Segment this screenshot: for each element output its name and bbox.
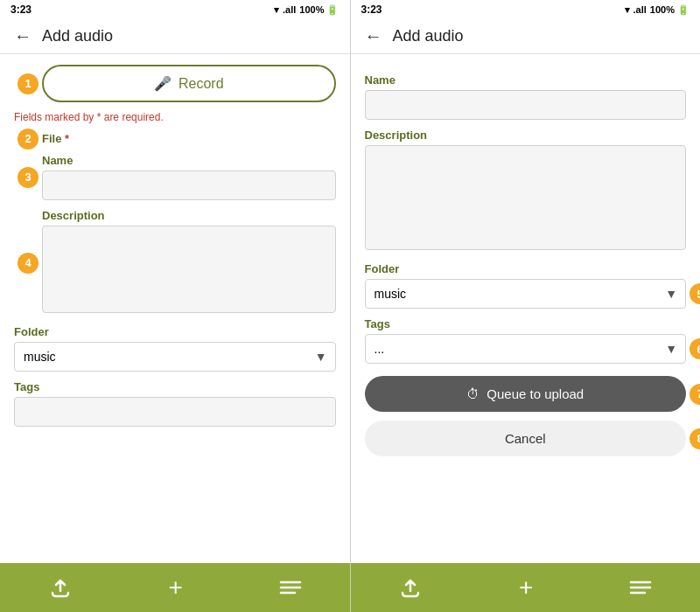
- battery-icon: 100% 🔋: [299, 4, 339, 16]
- cancel-button[interactable]: Cancel: [365, 421, 687, 456]
- clock-icon: ⏱: [466, 386, 480, 401]
- status-icons-left: ▾ .all 100% 🔋: [274, 4, 340, 16]
- folder-select-wrapper-left: music ▼: [14, 342, 336, 372]
- signal-icon: .all: [283, 4, 296, 15]
- name-section: 3 Name: [42, 154, 336, 200]
- folder-label-right: Folder: [365, 262, 687, 275]
- queue-upload-button[interactable]: ⏱ Queue to upload: [365, 376, 687, 412]
- folder-select-left[interactable]: music: [14, 342, 336, 372]
- tags-select-right[interactable]: ...: [365, 334, 687, 364]
- name-label-right: Name: [365, 73, 687, 87]
- record-section: 1 🎤 Record: [42, 65, 336, 102]
- folder-label-left: Folder: [14, 325, 336, 338]
- cancel-section: Cancel 8: [365, 421, 687, 456]
- tags-label-right: Tags: [365, 317, 687, 330]
- left-screen: 3:23 ▾ .all 100% 🔋 ← Add audio 1 🎤 Recor…: [0, 0, 350, 612]
- file-label: File *: [42, 132, 336, 145]
- tags-select-wrapper-right: ... ▼ 6: [365, 334, 687, 364]
- content-left: 1 🎤 Record Fields marked by * are requir…: [0, 54, 350, 563]
- folder-select-right[interactable]: music: [365, 279, 687, 309]
- bottom-bar-left: +: [0, 563, 350, 612]
- add-icon-right[interactable]: +: [519, 574, 533, 602]
- description-section: 4 Description: [42, 209, 336, 316]
- badge-3: 3: [18, 167, 38, 188]
- required-note: Fields marked by * are required.: [14, 111, 336, 123]
- badge-4: 4: [18, 253, 38, 274]
- page-title-left: Add audio: [42, 27, 113, 45]
- header-right: ← Add audio: [351, 19, 701, 54]
- menu-icon-left[interactable]: [279, 579, 302, 596]
- status-icons-right: ▾ .all 100% 🔋: [625, 4, 690, 16]
- badge-7: 7: [690, 384, 700, 405]
- description-input-left[interactable]: [42, 226, 336, 313]
- queue-label: Queue to upload: [486, 386, 584, 401]
- mic-icon: 🎤: [154, 75, 172, 92]
- description-label-left: Description: [42, 209, 336, 222]
- header-left: ← Add audio: [0, 19, 350, 54]
- back-button-right[interactable]: ←: [365, 26, 382, 46]
- folder-select-wrapper-right: music ▼ 5: [365, 279, 687, 309]
- badge-6: 6: [690, 338, 700, 359]
- wifi-icon-right: ▾: [625, 4, 630, 16]
- upload-icon-right[interactable]: [398, 577, 423, 598]
- status-bar-right: 3:23 ▾ .all 100% 🔋: [351, 0, 701, 19]
- add-icon-left[interactable]: +: [169, 574, 183, 602]
- queue-section: ⏱ Queue to upload 7: [365, 376, 687, 412]
- tags-input-left[interactable]: [14, 397, 336, 427]
- back-button-left[interactable]: ←: [14, 26, 32, 46]
- file-section: 2 File *: [42, 132, 336, 145]
- badge-8: 8: [690, 428, 700, 449]
- right-screen: 3:23 ▾ .all 100% 🔋 ← Add audio Name Desc…: [351, 0, 701, 612]
- record-label: Record: [178, 76, 224, 92]
- description-label-right: Description: [365, 129, 687, 142]
- bottom-bar-right: +: [351, 563, 701, 612]
- menu-icon-right[interactable]: [629, 579, 652, 596]
- upload-icon-left[interactable]: [48, 577, 73, 598]
- tags-label-left: Tags: [14, 380, 336, 393]
- page-title-right: Add audio: [393, 27, 464, 45]
- content-right: Name Description Folder music ▼ 5 Tags .…: [351, 54, 701, 563]
- tags-select-wrapper-left: [14, 397, 336, 427]
- time-left: 3:23: [10, 3, 32, 16]
- battery-icon-right: 100% 🔋: [650, 4, 690, 16]
- time-right: 3:23: [361, 3, 382, 16]
- name-input-right[interactable]: [365, 90, 687, 120]
- badge-1: 1: [18, 73, 38, 94]
- record-button[interactable]: 🎤 Record: [42, 65, 336, 102]
- signal-icon-right: .all: [634, 4, 647, 15]
- name-input-left[interactable]: [42, 170, 336, 200]
- name-label-left: Name: [42, 154, 336, 167]
- badge-5: 5: [690, 283, 700, 304]
- badge-2: 2: [18, 129, 38, 150]
- wifi-icon: ▾: [274, 4, 279, 16]
- status-bar-left: 3:23 ▾ .all 100% 🔋: [0, 0, 350, 19]
- description-input-right[interactable]: [365, 145, 687, 250]
- cancel-label: Cancel: [505, 431, 546, 446]
